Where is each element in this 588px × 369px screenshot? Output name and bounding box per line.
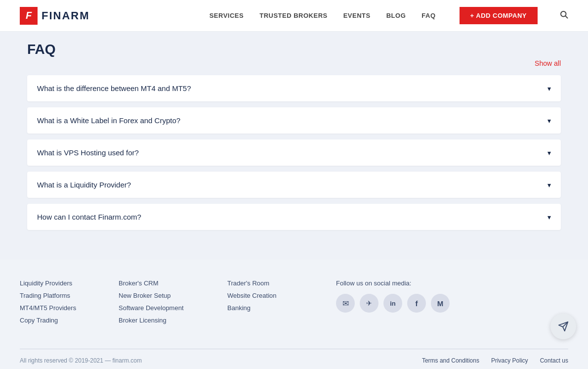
faq-item-5[interactable]: How can I contact Finarm.com? ▾ <box>27 204 561 230</box>
footer-col-3: Trader's Room Website Creation Banking <box>227 279 326 329</box>
footer-col-1: Liquidity Providers Trading Platforms MT… <box>20 279 109 329</box>
nav-faq[interactable]: FAQ <box>421 12 435 19</box>
footer-bottom: All rights reserved © 2019-2021 — finarm… <box>20 349 568 364</box>
footer-link-banking[interactable]: Banking <box>227 304 326 312</box>
copyright-text: All rights reserved © 2019-2021 — finarm… <box>20 357 142 364</box>
social-icons: ✉ ✈ in f M <box>336 294 568 313</box>
faq-chevron-1: ▾ <box>547 85 551 92</box>
faq-item-1[interactable]: What is the difference between MT4 and M… <box>27 75 561 101</box>
page-title: FAQ <box>27 42 561 57</box>
footer-link-brokers-crm[interactable]: Broker's CRM <box>119 279 217 287</box>
search-button[interactable] <box>559 10 568 21</box>
faq-question-1: What is the difference between MT4 and M… <box>37 84 191 92</box>
telegram-icon[interactable]: ✈ <box>360 294 378 313</box>
logo-icon: F <box>20 7 38 25</box>
faq-chevron-2: ▾ <box>547 117 551 125</box>
medium-icon[interactable]: M <box>431 294 450 313</box>
faq-chevron-4: ▾ <box>547 181 551 189</box>
show-all-link[interactable]: Show all <box>535 59 561 67</box>
add-company-button[interactable]: + ADD COMPANY <box>460 7 538 24</box>
footer-wrapper: Liquidity Providers Trading Platforms MT… <box>0 260 588 369</box>
faq-chevron-3: ▾ <box>547 149 551 157</box>
terms-link[interactable]: Terms and Conditions <box>422 357 479 364</box>
footer-bottom-links: Terms and Conditions Privacy Policy Cont… <box>422 357 568 364</box>
svg-line-1 <box>565 16 567 18</box>
footer-columns: Liquidity Providers Trading Platforms MT… <box>20 279 568 329</box>
show-all-row: Show all <box>27 59 561 67</box>
main-nav: SERVICES TRUSTED BROKERS EVENTS BLOG FAQ… <box>210 7 568 24</box>
faq-question-5: How can I contact Finarm.com? <box>37 213 141 221</box>
privacy-link[interactable]: Privacy Policy <box>491 357 528 364</box>
header: F FINARM SERVICES TRUSTED BROKERS EVENTS… <box>0 0 588 32</box>
footer-link-trading-platforms[interactable]: Trading Platforms <box>20 292 109 299</box>
nav-events[interactable]: EVENTS <box>343 12 371 19</box>
faq-item-3[interactable]: What is VPS Hosting used for? ▾ <box>27 139 561 166</box>
faq-question-3: What is VPS Hosting used for? <box>37 148 139 157</box>
footer-col-2: Broker's CRM New Broker Setup Software D… <box>119 279 217 329</box>
nav-blog[interactable]: BLOG <box>386 12 406 19</box>
logo-text: FINARM <box>42 9 90 22</box>
faq-item-2[interactable]: What is a White Label in Forex and Crypt… <box>27 107 561 134</box>
footer-link-broker-licensing[interactable]: Broker Licensing <box>119 317 217 324</box>
faq-list: What is the difference between MT4 and M… <box>27 75 561 230</box>
footer-link-copy-trading[interactable]: Copy Trading <box>20 317 109 324</box>
faq-question-2: What is a White Label in Forex and Crypt… <box>37 116 180 125</box>
logo[interactable]: F FINARM <box>20 7 90 25</box>
faq-chevron-5: ▾ <box>547 213 551 221</box>
facebook-icon[interactable]: f <box>407 294 426 313</box>
linkedin-icon[interactable]: in <box>383 294 402 313</box>
footer-link-mt4-mt5[interactable]: MT4/MT5 Providers <box>20 304 109 312</box>
faq-item-4[interactable]: What is a Liquidity Provider? ▾ <box>27 172 561 198</box>
footer-col-social: Follow us on social media: ✉ ✈ in f <box>336 279 568 329</box>
social-heading: Follow us on social media: <box>336 279 568 287</box>
footer-link-liquidity-providers[interactable]: Liquidity Providers <box>20 279 109 287</box>
footer-link-software-dev[interactable]: Software Development <box>119 304 217 312</box>
footer: Liquidity Providers Trading Platforms MT… <box>0 260 588 369</box>
email-icon[interactable]: ✉ <box>336 294 355 313</box>
scroll-to-top-button[interactable] <box>550 314 576 339</box>
nav-trusted-brokers[interactable]: TRUSTED BROKERS <box>259 12 328 19</box>
footer-link-website-creation[interactable]: Website Creation <box>227 292 326 299</box>
nav-services[interactable]: SERVICES <box>210 12 244 19</box>
contact-link[interactable]: Contact us <box>540 357 568 364</box>
faq-question-4: What is a Liquidity Provider? <box>37 181 131 189</box>
footer-link-traders-room[interactable]: Trader's Room <box>227 279 326 287</box>
main-content: FAQ Show all What is the difference betw… <box>17 32 571 230</box>
footer-link-new-broker-setup[interactable]: New Broker Setup <box>119 292 217 299</box>
